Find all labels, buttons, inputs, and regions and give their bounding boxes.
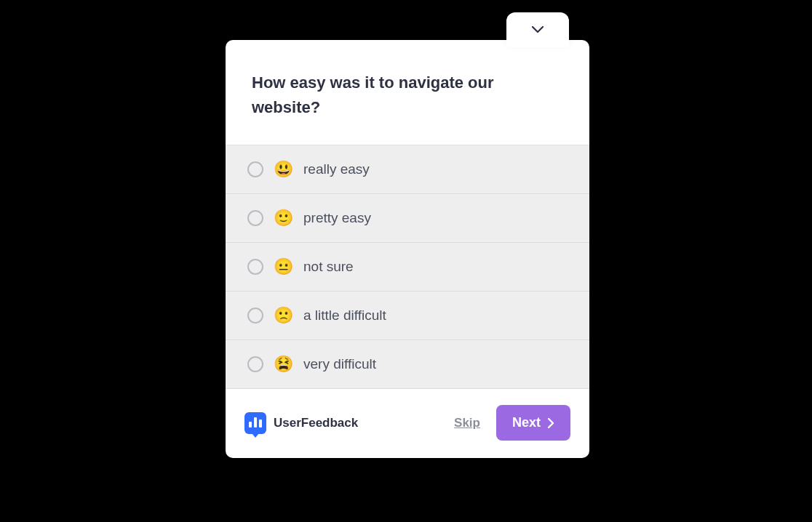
next-button-label: Next [512,415,541,430]
userfeedback-logo-icon [244,412,266,434]
option-label: not sure [303,259,354,275]
brand: UserFeedback [244,412,358,434]
minimize-tab[interactable] [506,12,569,47]
question-block: How easy was it to navigate our website? [226,40,589,145]
footer-actions: Skip Next [454,405,570,441]
option-not-sure[interactable]: 😐 not sure [226,243,589,292]
emoji-icon: 🙂 [274,210,293,226]
option-a-little-difficult[interactable]: 🙁 a little difficult [226,292,589,340]
brand-name: UserFeedback [274,416,358,430]
survey-widget: How easy was it to navigate our website?… [226,40,589,458]
radio-icon [247,259,263,275]
emoji-icon: 😃 [274,161,293,177]
option-label: pretty easy [303,210,371,226]
option-very-difficult[interactable]: 😫 very difficult [226,340,589,389]
chevron-down-icon [532,26,544,33]
option-pretty-easy[interactable]: 🙂 pretty easy [226,194,589,243]
radio-icon [247,356,263,372]
radio-icon [247,161,263,177]
emoji-icon: 🙁 [274,308,293,324]
question-text: How easy was it to navigate our website? [252,71,563,120]
next-button[interactable]: Next [496,405,570,441]
option-label: a little difficult [303,308,386,324]
option-label: really easy [303,161,370,177]
emoji-icon: 😫 [274,356,293,372]
widget-footer: UserFeedback Skip Next [226,389,589,458]
emoji-icon: 😐 [274,259,293,275]
radio-icon [247,308,263,324]
option-label: very difficult [303,356,376,372]
skip-link[interactable]: Skip [454,416,480,430]
chevron-right-icon [548,418,554,428]
radio-icon [247,210,263,226]
option-really-easy[interactable]: 😃 really easy [226,145,589,194]
options-list: 😃 really easy 🙂 pretty easy 😐 not sure 🙁… [226,145,589,389]
